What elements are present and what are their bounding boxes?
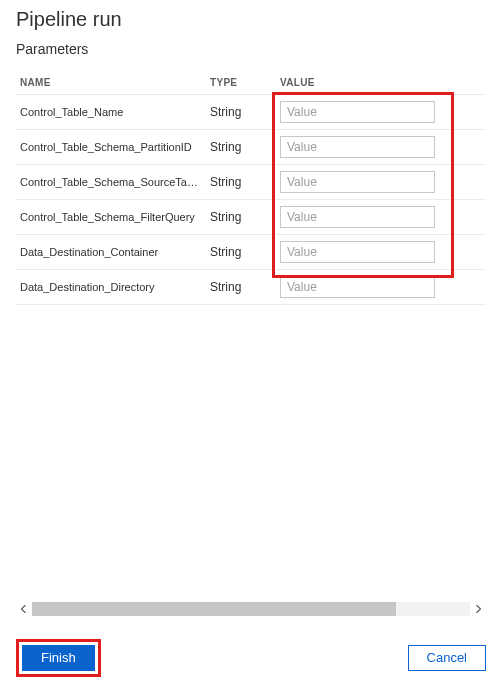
param-value-input[interactable] bbox=[280, 136, 435, 158]
table-row: Control_Table_Schema_FilterQuery String bbox=[16, 200, 486, 235]
cancel-button[interactable]: Cancel bbox=[408, 645, 486, 671]
param-type: String bbox=[206, 95, 276, 130]
section-subtitle: Parameters bbox=[16, 41, 486, 57]
param-name: Control_Table_Schema_FilterQuery bbox=[16, 200, 206, 235]
scroll-track[interactable] bbox=[32, 602, 470, 616]
param-type: String bbox=[206, 165, 276, 200]
param-type: String bbox=[206, 200, 276, 235]
param-value-cell bbox=[276, 130, 486, 165]
column-header-type[interactable]: TYPE bbox=[206, 71, 276, 95]
table-row: Control_Table_Name String bbox=[16, 95, 486, 130]
param-name: Data_Destination_Container bbox=[16, 235, 206, 270]
horizontal-scrollbar[interactable] bbox=[16, 601, 486, 617]
table-row: Control_Table_Schema_SourceTableName Str… bbox=[16, 165, 486, 200]
table-row: Data_Destination_Container String bbox=[16, 235, 486, 270]
param-value-cell bbox=[276, 270, 486, 305]
param-type: String bbox=[206, 235, 276, 270]
param-value-cell bbox=[276, 95, 486, 130]
scroll-thumb[interactable] bbox=[32, 602, 396, 616]
param-value-cell bbox=[276, 235, 486, 270]
param-name: Data_Destination_Directory bbox=[16, 270, 206, 305]
param-name: Control_Table_Schema_SourceTableName bbox=[16, 165, 206, 200]
param-name: Control_Table_Schema_PartitionID bbox=[16, 130, 206, 165]
param-value-cell bbox=[276, 165, 486, 200]
finish-button-highlight: Finish bbox=[16, 639, 101, 677]
scroll-left-icon[interactable] bbox=[16, 601, 32, 617]
table-row: Data_Destination_Directory String bbox=[16, 270, 486, 305]
param-name: Control_Table_Name bbox=[16, 95, 206, 130]
param-value-input[interactable] bbox=[280, 171, 435, 193]
param-value-input[interactable] bbox=[280, 206, 435, 228]
page-title: Pipeline run bbox=[16, 8, 486, 31]
table-row: Control_Table_Schema_PartitionID String bbox=[16, 130, 486, 165]
dialog-footer: Finish Cancel bbox=[0, 627, 502, 695]
finish-button[interactable]: Finish bbox=[22, 645, 95, 671]
param-type: String bbox=[206, 270, 276, 305]
param-value-input[interactable] bbox=[280, 241, 435, 263]
column-header-name[interactable]: NAME bbox=[16, 71, 206, 95]
param-type: String bbox=[206, 130, 276, 165]
param-value-input[interactable] bbox=[280, 276, 435, 298]
column-header-value[interactable]: VALUE bbox=[276, 71, 486, 95]
param-value-input[interactable] bbox=[280, 101, 435, 123]
param-value-cell bbox=[276, 200, 486, 235]
parameters-table: NAME TYPE VALUE Control_Table_Name Strin… bbox=[16, 71, 486, 305]
scroll-right-icon[interactable] bbox=[470, 601, 486, 617]
